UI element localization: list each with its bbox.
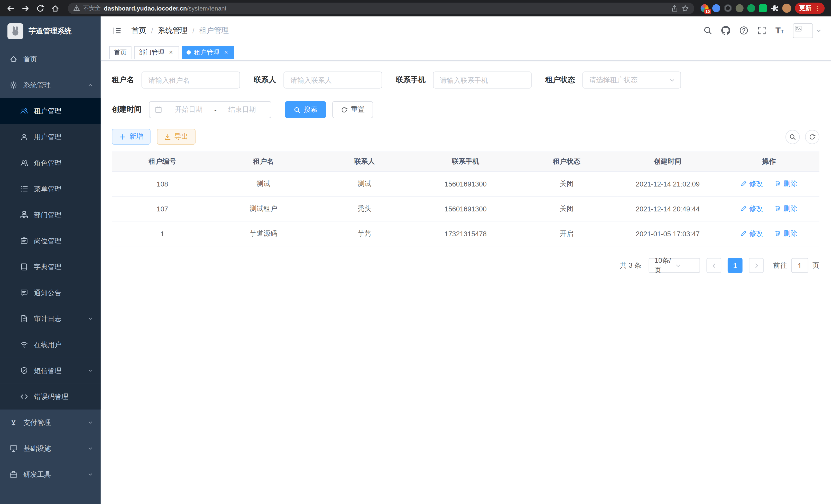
sidebar-item-online-users[interactable]: 在线用户 (0, 332, 101, 358)
user-avatar-menu[interactable] (793, 23, 822, 38)
sidebar-item-audit-log[interactable]: 审计日志 (0, 306, 101, 332)
page-size-select[interactable]: 10条/页 (649, 258, 700, 273)
reset-button[interactable]: 重置 (332, 101, 373, 118)
extension-icon[interactable] (736, 4, 744, 12)
col-status: 租户状态 (516, 152, 617, 171)
prev-page-button[interactable] (706, 258, 721, 273)
contact-input[interactable] (283, 71, 382, 88)
chevron-down-icon (87, 367, 93, 374)
breadcrumb-home[interactable]: 首页 (132, 26, 146, 35)
tab-tenant-management[interactable]: 租户管理 × (182, 46, 234, 59)
tab-label: 租户管理 (194, 48, 220, 57)
refresh-button[interactable] (805, 129, 820, 144)
tab-home[interactable]: 首页 (109, 46, 132, 59)
cell-actions: 修改 删除 (718, 221, 819, 246)
home-icon (9, 55, 18, 63)
table-row: 107 测试租户 秃头 15601691300 关闭 2021-12-14 20… (112, 196, 819, 221)
sidebar-item-notice[interactable]: 通知公告 (0, 280, 101, 306)
sidebar-item-system-management[interactable]: 系统管理 (0, 72, 101, 98)
browser-profile-avatar[interactable] (782, 4, 791, 12)
cell-phone: 15601691300 (415, 171, 516, 196)
sidebar-item-role-management[interactable]: 角色管理 (0, 150, 101, 176)
sidebar-item-menu-management[interactable]: 菜单管理 (0, 176, 101, 202)
share-icon[interactable] (671, 5, 678, 12)
sidebar-item-payment[interactable]: ¥ 支付管理 (0, 410, 101, 436)
delete-label: 删除 (783, 204, 797, 213)
sidebar-item-label: 用户管理 (34, 132, 61, 142)
navbar-actions: TT (703, 23, 822, 38)
sidebar-item-infrastructure[interactable]: 基础设施 (0, 436, 101, 462)
filter-contact: 联系人 (254, 71, 382, 88)
extension-icon[interactable] (724, 4, 732, 12)
tab-dept-management[interactable]: 部门管理 × (134, 46, 179, 59)
tenant-name-input[interactable] (142, 71, 240, 88)
phone-input[interactable] (433, 71, 532, 88)
browser-menu-icon[interactable]: ⋮ (814, 5, 821, 12)
help-icon[interactable] (739, 26, 748, 35)
browser-update-button[interactable]: 更新 ⋮ (795, 3, 825, 13)
browser-home-icon[interactable] (49, 2, 62, 14)
sidebar-item-home[interactable]: 首页 (0, 46, 101, 72)
extension-badge: 10 (704, 9, 711, 14)
code-icon (20, 392, 28, 401)
breadcrumb-system[interactable]: 系统管理 (158, 26, 188, 35)
sidebar-item-dept-management[interactable]: 部门管理 (0, 202, 101, 228)
status-select[interactable]: 请选择租户状态 (582, 71, 681, 88)
sidebar-logo[interactable]: 芋道管理系统 (0, 17, 101, 46)
sidebar-item-dev-tools[interactable]: 研发工具 (0, 462, 101, 487)
edit-link[interactable]: 修改 (740, 229, 763, 238)
add-button[interactable]: 新增 (112, 129, 150, 145)
close-icon[interactable]: × (223, 49, 229, 56)
close-icon[interactable]: × (168, 49, 174, 56)
extension-icon[interactable] (712, 4, 720, 12)
delete-link[interactable]: 删除 (774, 204, 797, 213)
sidebar-item-label: 审计日志 (34, 314, 61, 323)
sidebar-item-tenant-management[interactable]: 租户管理 (0, 98, 101, 124)
filter-tenant-name: 租户名 (112, 71, 240, 88)
address-bar[interactable]: 不安全 dashboard.yudao.iocoder.cn/system/te… (68, 2, 694, 14)
edit-link[interactable]: 修改 (740, 179, 763, 188)
header-search-icon[interactable] (703, 26, 712, 35)
date-range-picker[interactable]: 开始日期 - 结束日期 (149, 101, 271, 118)
font-size-icon[interactable]: TT (775, 26, 784, 35)
delete-link[interactable]: 删除 (774, 229, 797, 238)
extensions-puzzle-icon[interactable] (771, 4, 779, 12)
fullscreen-icon[interactable] (757, 26, 767, 35)
github-icon[interactable] (721, 26, 730, 35)
browser-back-icon[interactable] (4, 2, 17, 14)
phone-label: 联系手机 (396, 75, 426, 85)
sidebar-item-label: 短信管理 (34, 366, 61, 375)
sidebar-item-user-management[interactable]: 用户管理 (0, 124, 101, 150)
sidebar-item-label: 错误码管理 (34, 392, 68, 401)
cell-actions: 修改 删除 (718, 196, 819, 221)
sidebar-fold-icon[interactable] (112, 26, 122, 35)
next-page-button[interactable] (749, 258, 764, 273)
toggle-search-button[interactable] (785, 129, 800, 144)
browser-reload-icon[interactable] (34, 2, 47, 14)
chevron-down-icon (87, 446, 93, 452)
delete-link[interactable]: 删除 (774, 179, 797, 188)
message-icon (20, 289, 28, 297)
export-button[interactable]: 导出 (157, 129, 196, 145)
sidebar-item-label: 在线用户 (34, 340, 61, 349)
table-row: 108 测试 测试 15601691300 关闭 2021-12-14 21:0… (112, 171, 819, 196)
sidebar-item-error-code[interactable]: 错误码管理 (0, 384, 101, 410)
extension-icon[interactable] (747, 4, 755, 12)
tags-view: 首页 部门管理 × 租户管理 × (101, 45, 831, 61)
tab-label: 首页 (114, 48, 127, 57)
goto-page-input[interactable] (791, 258, 808, 273)
extension-icon[interactable] (759, 4, 767, 12)
edit-link[interactable]: 修改 (740, 204, 763, 213)
sidebar-item-label: 角色管理 (34, 158, 61, 168)
cell-actions: 修改 删除 (718, 171, 819, 196)
bookmark-star-icon[interactable] (682, 5, 689, 12)
search-button[interactable]: 搜索 (285, 101, 326, 118)
extension-icon[interactable]: 10 (701, 4, 709, 12)
sidebar-item-post-management[interactable]: 岗位管理 (0, 228, 101, 254)
cell-tenant-name: 测试租户 (213, 196, 314, 221)
browser-forward-icon[interactable] (19, 2, 32, 14)
page-number-1[interactable]: 1 (728, 258, 743, 273)
table-row: 1 芋道源码 芋艿 17321315478 开启 2021-01-05 17:0… (112, 221, 819, 246)
sidebar-item-dict-management[interactable]: 字典管理 (0, 254, 101, 280)
sidebar-item-sms-management[interactable]: 短信管理 (0, 358, 101, 384)
